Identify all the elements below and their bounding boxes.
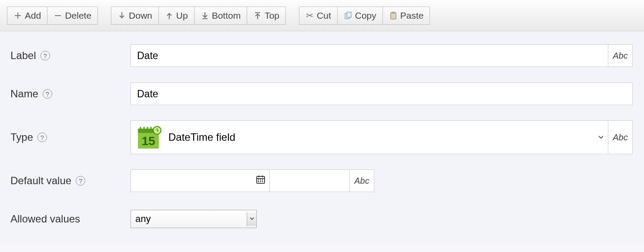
bottom-button-label: Bottom (212, 10, 241, 21)
chevron-down-icon (598, 133, 604, 141)
minus-icon (54, 11, 62, 20)
field-label-type: Type ? (10, 131, 131, 143)
toolbar-group-crud: Add Delete (7, 7, 98, 25)
calendar-day-text: 15 (141, 134, 155, 148)
up-button-label: Up (176, 10, 188, 21)
default-formula-button[interactable]: Abc (350, 169, 374, 192)
svg-rect-21 (262, 181, 263, 182)
type-value: DateTime field (168, 131, 235, 143)
add-button-label: Add (25, 10, 41, 21)
field-label-name: Name ? (10, 88, 131, 100)
type-field-text: Type (10, 131, 33, 143)
down-button[interactable]: Down (111, 7, 159, 25)
scissors-icon: ✂ (305, 11, 314, 20)
help-icon[interactable]: ? (76, 176, 85, 186)
field-label-allowed: Allowed values (10, 213, 131, 225)
row-label: Label ? Abc (10, 43, 634, 68)
svg-rect-19 (258, 181, 259, 182)
allowed-values-select[interactable]: any (131, 210, 257, 228)
abc-icon: Abc (613, 133, 627, 143)
allowed-field-text: Allowed values (10, 213, 80, 225)
delete-button-label: Delete (65, 10, 91, 21)
svg-rect-2 (391, 13, 396, 19)
field-label-default: Default value ? (10, 175, 131, 187)
type-select[interactable]: 15 DateTime field (131, 120, 608, 154)
chevron-down-icon (247, 212, 256, 226)
paste-icon (389, 11, 398, 20)
copy-button[interactable]: Copy (338, 7, 383, 25)
label-input[interactable] (131, 44, 608, 67)
svg-rect-17 (260, 179, 261, 180)
abc-icon: Abc (354, 176, 369, 186)
cut-button[interactable]: ✂ Cut (299, 7, 338, 25)
paste-button[interactable]: Paste (383, 7, 430, 25)
toolbar-group-move: Down Up Bottom Top (111, 7, 286, 25)
help-icon[interactable]: ? (43, 89, 52, 99)
form-area: Label ? Abc Name ? Type ? (0, 31, 644, 243)
type-formula-button[interactable]: Abc (608, 120, 633, 154)
row-default-value: Default value ? Abc (10, 169, 634, 193)
allowed-values-selected: any (135, 213, 247, 225)
label-field-text: Label (10, 50, 36, 62)
copy-icon (344, 11, 352, 20)
help-icon[interactable]: ? (37, 133, 47, 142)
calendar-icon: 15 (135, 125, 161, 149)
cut-button-label: Cut (317, 10, 331, 21)
down-button-label: Down (129, 10, 152, 21)
arrow-bottom-icon (201, 11, 209, 20)
svg-rect-1 (347, 12, 351, 17)
arrow-down-icon (117, 11, 126, 20)
toolbar-group-clipboard: ✂ Cut Copy Paste (299, 7, 430, 25)
row-type: Type ? 15 DateTime field (10, 120, 634, 155)
help-icon[interactable]: ? (40, 51, 50, 60)
bottom-button[interactable]: Bottom (195, 7, 248, 25)
toolbar: Add Delete Down Up Bottom (0, 0, 644, 31)
plus-icon (13, 11, 22, 20)
default-date-input[interactable] (131, 169, 270, 192)
arrow-top-icon (253, 11, 262, 20)
abc-icon: Abc (613, 51, 627, 61)
default-time-input[interactable] (270, 169, 350, 192)
top-button[interactable]: Top (247, 7, 286, 25)
row-name: Name ? (10, 82, 634, 106)
name-field-text: Name (10, 88, 38, 100)
row-allowed-values: Allowed values any (10, 207, 634, 231)
svg-rect-3 (392, 12, 395, 13)
copy-button-label: Copy (355, 10, 376, 21)
field-label-label: Label ? (10, 50, 131, 62)
paste-button-label: Paste (400, 10, 424, 21)
add-button[interactable]: Add (7, 7, 47, 25)
calendar-glyph-icon (256, 175, 265, 186)
up-button[interactable]: Up (159, 7, 195, 25)
default-value-group: Abc (131, 169, 374, 192)
arrow-up-icon (165, 11, 174, 20)
svg-rect-20 (260, 181, 261, 182)
name-input[interactable] (131, 83, 633, 105)
label-formula-button[interactable]: Abc (608, 44, 633, 67)
default-field-text: Default value (10, 175, 71, 187)
svg-rect-16 (258, 179, 259, 180)
delete-button[interactable]: Delete (47, 7, 98, 25)
top-button-label: Top (265, 10, 279, 21)
svg-rect-18 (262, 179, 263, 180)
